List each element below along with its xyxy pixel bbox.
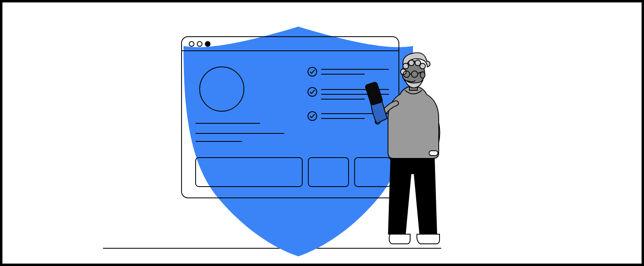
traffic-light-icon	[205, 42, 210, 46]
svg-point-8	[420, 63, 425, 69]
cuff	[429, 151, 438, 156]
traffic-light-icon	[197, 42, 202, 46]
illustration-svg	[2, 2, 644, 266]
shoe	[389, 234, 410, 244]
shoe	[417, 234, 440, 244]
svg-point-6	[409, 60, 414, 66]
traffic-light-icon	[189, 42, 194, 46]
security-illustration	[0, 0, 644, 266]
svg-point-5	[403, 63, 409, 69]
pants	[388, 158, 437, 234]
